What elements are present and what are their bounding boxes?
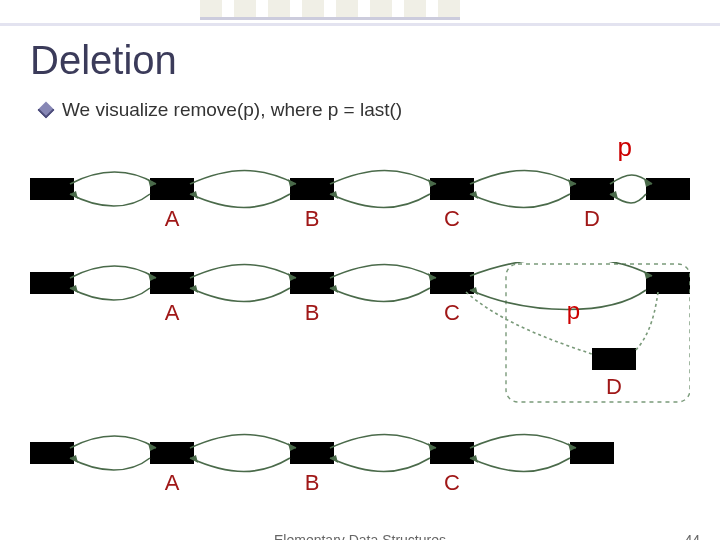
- pointer-p-label-row2: p: [567, 297, 580, 325]
- node-C: [430, 178, 474, 200]
- linked-list-svg-1: A B C D: [30, 168, 690, 238]
- label-C-2: C: [444, 300, 460, 325]
- bullet-text: We visualize remove(p), where p = last(): [62, 99, 402, 121]
- sentinel-head-node: [30, 178, 74, 200]
- label-C: C: [444, 206, 460, 231]
- label-D: D: [584, 206, 600, 231]
- page-number: 44: [684, 532, 700, 540]
- label-B: B: [305, 206, 320, 231]
- label-D-detached: D: [606, 374, 622, 399]
- slide-title: Deletion: [30, 38, 690, 83]
- linked-list-svg-2: A B C D: [30, 262, 690, 412]
- label-A: A: [165, 206, 180, 231]
- label-B-2: B: [305, 300, 320, 325]
- label-A-3: A: [165, 470, 180, 495]
- node-A: [150, 178, 194, 200]
- node-D: [570, 178, 614, 200]
- label-B-3: B: [305, 470, 320, 495]
- linked-list-row-3: A B C: [30, 432, 690, 502]
- label-A-2: A: [165, 300, 180, 325]
- label-C-3: C: [444, 470, 460, 495]
- pointer-p-label-row1: p: [618, 132, 632, 163]
- bullet-icon: [38, 102, 55, 119]
- sentinel-tail-node: [646, 178, 690, 200]
- bullet-item: We visualize remove(p), where p = last(): [40, 99, 690, 121]
- node-B: [290, 178, 334, 200]
- linked-list-row-2: A B C D: [30, 262, 690, 412]
- footer-title: Elementary Data Structures: [274, 532, 446, 540]
- sentinel-tail-node-2: [646, 272, 690, 294]
- decorative-top-band: [0, 0, 720, 26]
- linked-list-row-1: A B C D: [30, 168, 690, 238]
- detached-node-D: [592, 348, 636, 370]
- slide-content: Deletion We visualize remove(p), where p…: [0, 32, 720, 540]
- linked-list-svg-3: A B C: [30, 432, 690, 502]
